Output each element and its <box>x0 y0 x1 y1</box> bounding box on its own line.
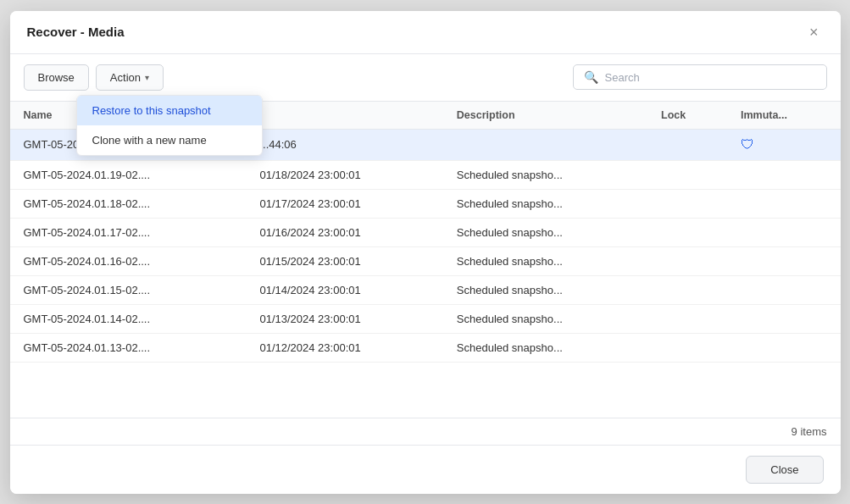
dropdown-item-clone[interactable]: Clone with a new name <box>77 125 262 155</box>
cell-name: GMT-05-2024.01.15-02.... <box>10 275 247 304</box>
cell-date: 01/14/2024 23:00:01 <box>246 275 442 304</box>
cell-name: GMT-05-2024.01.19-02.... <box>10 160 247 189</box>
col-immutable: Immuta... <box>727 102 840 130</box>
table-footer: 9 items <box>10 418 841 445</box>
cell-lock <box>647 246 727 275</box>
cell-description: Scheduled snapsho... <box>443 275 647 304</box>
cell-date: 01/17/2024 23:00:01 <box>246 189 442 218</box>
cell-name: GMT-05-2024.01.18-02.... <box>10 189 247 218</box>
cell-date: 01/13/2024 23:00:01 <box>246 304 442 333</box>
cell-name: GMT-05-2024.01.17-02.... <box>10 218 247 246</box>
action-label: Action <box>110 71 141 84</box>
dialog-header: Recover - Media × <box>10 11 841 54</box>
cell-description: Scheduled snapsho... <box>443 304 647 333</box>
close-dialog-button[interactable]: Close <box>746 456 823 484</box>
cell-immutable <box>727 275 840 304</box>
cell-name: GMT-05-2024.01.16-02.... <box>10 246 247 275</box>
col-date <box>246 102 442 130</box>
table-row[interactable]: GMT-05-2024.01.16-02....01/15/2024 23:00… <box>10 246 841 275</box>
table-row[interactable]: GMT-05-2024.01.13-02....01/12/2024 23:00… <box>10 333 841 362</box>
dialog-close-button[interactable]: × <box>804 23 824 42</box>
table-row[interactable]: GMT-05-2024.01.15-02....01/14/2024 23:00… <box>10 275 841 304</box>
col-lock: Lock <box>647 102 727 130</box>
immutable-shield-icon: 🛡 <box>741 137 754 152</box>
cell-date: ...44:06 <box>246 129 442 160</box>
action-caret-icon: ▾ <box>145 73 149 82</box>
action-button[interactable]: Action ▾ <box>96 64 164 91</box>
cell-description <box>443 129 647 160</box>
cell-lock <box>647 218 727 246</box>
cell-lock <box>647 275 727 304</box>
cell-immutable <box>727 189 840 218</box>
cell-lock <box>647 189 727 218</box>
col-description: Description <box>443 102 647 130</box>
cell-description: Scheduled snapsho... <box>443 189 647 218</box>
table-body: GMT-05-20......44:06🛡GMT-05-2024.01.19-0… <box>10 129 841 362</box>
item-count: 9 items <box>792 425 827 438</box>
cell-immutable <box>727 304 840 333</box>
cell-immutable <box>727 160 840 189</box>
search-box: 🔍 <box>573 64 827 90</box>
cell-lock <box>647 129 727 160</box>
cell-immutable <box>727 246 840 275</box>
cell-lock <box>647 333 727 362</box>
cell-name: GMT-05-2024.01.13-02.... <box>10 333 247 362</box>
table-row[interactable]: GMT-05-2024.01.18-02....01/17/2024 23:00… <box>10 189 841 218</box>
cell-description: Scheduled snapsho... <box>443 160 647 189</box>
cell-lock <box>647 160 727 189</box>
cell-immutable <box>727 333 840 362</box>
dialog-title: Recover - Media <box>27 25 125 39</box>
recover-media-dialog: Recover - Media × Browse Action ▾ 🔍 Rest… <box>10 11 841 494</box>
browse-button[interactable]: Browse <box>24 64 89 91</box>
cell-name: GMT-05-2024.01.14-02.... <box>10 304 247 333</box>
dropdown-item-restore[interactable]: Restore to this snapshot <box>77 96 262 125</box>
table-row[interactable]: GMT-05-2024.01.14-02....01/13/2024 23:00… <box>10 304 841 333</box>
action-dropdown: Restore to this snapshot Clone with a ne… <box>76 95 263 156</box>
table-row[interactable]: GMT-05-2024.01.19-02....01/18/2024 23:00… <box>10 160 841 189</box>
cell-date: 01/12/2024 23:00:01 <box>246 333 442 362</box>
cell-immutable <box>727 218 840 246</box>
search-input[interactable] <box>605 71 816 84</box>
cell-date: 01/16/2024 23:00:01 <box>246 218 442 246</box>
cell-description: Scheduled snapsho... <box>443 246 647 275</box>
toolbar: Browse Action ▾ 🔍 Restore to this snapsh… <box>10 54 841 102</box>
cell-date: 01/15/2024 23:00:01 <box>246 246 442 275</box>
cell-lock <box>647 304 727 333</box>
dialog-footer: Close <box>10 445 841 494</box>
search-icon: 🔍 <box>584 70 598 84</box>
cell-immutable: 🛡 <box>727 129 840 160</box>
cell-description: Scheduled snapsho... <box>443 333 647 362</box>
cell-description: Scheduled snapsho... <box>443 218 647 246</box>
cell-date: 01/18/2024 23:00:01 <box>246 160 442 189</box>
table-row[interactable]: GMT-05-2024.01.17-02....01/16/2024 23:00… <box>10 218 841 246</box>
